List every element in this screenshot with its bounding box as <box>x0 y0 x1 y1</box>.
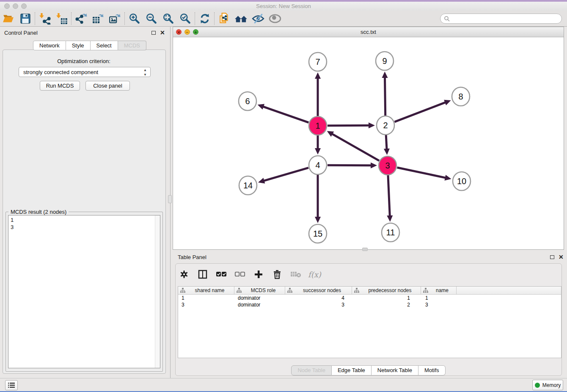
graph-node-label: 14 <box>243 181 253 190</box>
task-history-button[interactable] <box>5 380 18 390</box>
graph-edge-2-9[interactable] <box>385 77 385 116</box>
graph-edge-1-2[interactable] <box>328 125 370 126</box>
tab-mcds[interactable]: MCDS <box>118 41 146 50</box>
zoom-out-icon[interactable] <box>143 11 160 26</box>
graph-node-label: 15 <box>313 229 322 238</box>
graph-edge-3-1[interactable] <box>331 133 379 160</box>
table-cell: 1 <box>421 295 457 301</box>
column-header-name[interactable]: name <box>421 287 457 294</box>
title-bar: Session: New Session <box>0 2 567 11</box>
minimize-window-button[interactable] <box>13 3 18 9</box>
delete-table-icon[interactable] <box>289 268 302 281</box>
graph-edge-2-3[interactable] <box>386 135 387 150</box>
graph-node-label: 7 <box>315 57 320 66</box>
window-title: Session: New Session <box>0 2 567 11</box>
table-cell: 4 <box>285 295 352 301</box>
table-cell: dominator <box>234 301 285 308</box>
zoom-in-icon[interactable] <box>126 11 143 26</box>
close-table-panel-icon[interactable]: ✕ <box>559 255 564 259</box>
float-panel-icon[interactable] <box>151 31 156 35</box>
graph-edge-3-11[interactable] <box>388 175 390 217</box>
node-table-rows: 1dominator4113dominator323 <box>178 295 561 308</box>
network-graph[interactable]: 7968124314101511 <box>173 37 564 249</box>
control-panel-controls: ✕ <box>151 30 165 35</box>
network-title-bar[interactable]: scc.txt ✕ − + <box>173 27 564 37</box>
clone-network-icon[interactable] <box>216 11 233 26</box>
show-details-icon[interactable] <box>267 11 284 26</box>
refresh-icon[interactable] <box>196 11 213 26</box>
save-session-icon[interactable] <box>17 11 34 26</box>
create-column-icon[interactable] <box>252 268 265 281</box>
maximize-window-button[interactable] <box>21 3 27 9</box>
deselect-all-columns-icon[interactable] <box>234 268 246 281</box>
close-window-button[interactable] <box>4 3 10 9</box>
toolbar-separator <box>35 12 36 25</box>
table-cell: 1 <box>178 295 234 301</box>
graph-node-label: 2 <box>383 121 388 130</box>
toolbar-separator <box>124 12 125 25</box>
graph-edge-2-8[interactable] <box>394 102 446 122</box>
network-minimize-button[interactable]: − <box>184 29 190 35</box>
network-view-window: scc.txt ✕ − + 7968124314101511 <box>173 27 564 250</box>
tab-network-table[interactable]: Network Table <box>372 365 418 375</box>
graph-node-label: 4 <box>315 160 320 170</box>
zoom-selected-icon[interactable] <box>177 11 194 26</box>
tab-node-table[interactable]: Node Table <box>291 365 332 375</box>
table-panel-controls: ✕ <box>550 255 564 259</box>
result-scrollbar[interactable] <box>155 215 160 368</box>
export-image-icon[interactable] <box>107 11 124 26</box>
column-header-successor-nodes[interactable]: successor nodes <box>285 287 352 294</box>
import-network-icon[interactable] <box>36 11 53 26</box>
hide-details-icon[interactable] <box>250 11 267 26</box>
close-panel-icon[interactable]: ✕ <box>160 30 165 35</box>
criterion-select[interactable]: strongly connected component ▲▼ <box>19 67 151 77</box>
criterion-value: strongly connected component <box>23 69 98 75</box>
table-settings-icon[interactable] <box>178 268 190 281</box>
table-panel-title: Table Panel <box>178 254 206 260</box>
home-icon[interactable] <box>233 11 250 26</box>
table-row[interactable]: 3dominator323 <box>178 301 561 308</box>
graph-edge-4-3[interactable] <box>328 165 372 166</box>
tab-edge-table[interactable]: Edge Table <box>332 365 372 375</box>
run-mcds-button[interactable]: Run MCDS <box>40 81 80 91</box>
function-builder-icon[interactable]: f(x) <box>308 270 321 279</box>
tab-network[interactable]: Network <box>33 41 66 50</box>
column-header-mcds-role[interactable]: MCDS role <box>234 287 285 294</box>
export-network-icon[interactable] <box>73 11 90 26</box>
table-row[interactable]: 1dominator411 <box>178 295 561 301</box>
tab-motifs[interactable]: Motifs <box>418 365 446 375</box>
vertical-splitter-grip[interactable] <box>168 195 172 203</box>
graph-edge-arrowhead <box>444 175 451 181</box>
export-table-icon[interactable] <box>90 11 107 26</box>
column-header-predecessor-nodes[interactable]: predecessor nodes <box>352 287 421 294</box>
graph-edge-3-10[interactable] <box>397 168 446 178</box>
graph-edge-arrowhead <box>315 148 321 155</box>
import-table-icon[interactable] <box>53 11 70 26</box>
search-field[interactable] <box>440 14 562 24</box>
float-table-panel-icon[interactable] <box>550 255 554 259</box>
graph-node-label: 10 <box>457 177 466 186</box>
search-icon <box>444 16 450 22</box>
tab-select[interactable]: Select <box>91 41 118 50</box>
close-panel-button[interactable]: Close panel <box>85 81 130 91</box>
memory-button[interactable]: Memory <box>532 380 563 390</box>
horizontal-splitter-grip[interactable] <box>362 248 368 251</box>
network-maximize-button[interactable]: + <box>193 29 198 35</box>
graph-node-label: 6 <box>245 97 250 106</box>
column-browser-icon[interactable] <box>196 268 209 281</box>
graph-edge-1-6[interactable] <box>262 106 308 122</box>
select-all-columns-icon[interactable] <box>215 268 228 281</box>
table-cell: 1 <box>352 295 421 301</box>
mcds-result-list[interactable]: 1 3 <box>8 215 160 368</box>
node-table[interactable]: shared nameMCDS rolesuccessor nodesprede… <box>178 286 561 358</box>
network-close-button[interactable]: ✕ <box>176 29 182 35</box>
delete-column-icon[interactable] <box>271 268 284 281</box>
search-input[interactable] <box>450 15 557 22</box>
graph-edge-arrowhead <box>315 217 321 223</box>
open-session-icon[interactable] <box>0 11 17 26</box>
zoom-fit-icon[interactable] <box>160 11 177 26</box>
graph-edge-4-14[interactable] <box>263 168 308 181</box>
list-icon <box>8 382 15 388</box>
tab-style[interactable]: Style <box>66 41 91 50</box>
column-header-shared-name[interactable]: shared name <box>178 287 234 294</box>
